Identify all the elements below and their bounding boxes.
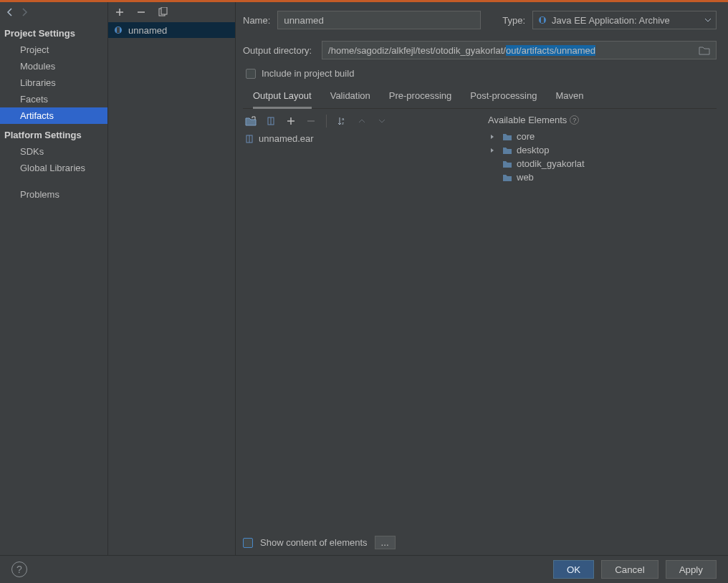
browse-folder-icon[interactable]	[699, 45, 710, 55]
available-elements-column: Available Elements ? core	[485, 112, 717, 530]
main-area: Project Settings Project Modules Librari…	[0, 2, 728, 555]
type-label: Type:	[502, 15, 525, 26]
create-directory-icon[interactable]	[244, 115, 257, 127]
folder-icon	[502, 146, 512, 155]
artifact-detail-panel: Name: Type: Java EE Application: Archive…	[236, 2, 728, 555]
detail-tabs: Output Layout Validation Pre-processing …	[243, 86, 717, 109]
available-elements-header: Available Elements ?	[488, 112, 717, 128]
add-copy-icon[interactable]	[284, 115, 297, 127]
sidebar-item-problems[interactable]: Problems	[0, 186, 107, 203]
move-down-icon[interactable]	[375, 115, 388, 127]
available-elements-label: Available Elements	[488, 115, 567, 125]
tab-pre-processing[interactable]: Pre-processing	[389, 86, 451, 108]
artifact-row[interactable]: unnamed	[108, 22, 235, 38]
tab-post-processing[interactable]: Post-processing	[470, 86, 537, 108]
dialog-footer: ? OK Cancel Apply	[0, 555, 728, 583]
ok-button[interactable]: OK	[553, 560, 594, 579]
help-icon[interactable]: ?	[570, 115, 579, 125]
apply-button[interactable]: Apply	[666, 560, 717, 579]
sidebar-item-project[interactable]: Project	[0, 42, 107, 58]
chevron-down-icon	[704, 16, 712, 24]
available-elements-tree: core desktop	[488, 128, 717, 184]
remove-artifact-icon[interactable]	[135, 6, 147, 18]
tab-body: az unnamed.ear	[243, 112, 717, 530]
include-build-row[interactable]: Include in project build	[243, 68, 717, 79]
tree-row[interactable]: desktop	[488, 143, 717, 157]
sidebar-item-artifacts[interactable]: Artifacts	[0, 107, 107, 124]
tree-row[interactable]: core	[488, 130, 717, 143]
artifact-type-select[interactable]: Java EE Application: Archive	[532, 11, 717, 29]
sidebar-item-libraries[interactable]: Libraries	[0, 74, 107, 91]
output-dir-prefix: /home/sagodiz/alkfejl/test/otodik_gyakor…	[328, 45, 506, 56]
tree-row[interactable]: otodik_gyakorlat	[488, 157, 717, 170]
history-nav	[0, 2, 107, 22]
cancel-button[interactable]: Cancel	[601, 560, 658, 579]
java-ee-icon	[112, 24, 124, 36]
sidebar-heading-project: Project Settings	[0, 22, 107, 42]
output-layout-toolbar: az	[243, 112, 485, 130]
tree-row-label: otodik_gyakorlat	[517, 158, 585, 169]
folder-icon	[502, 132, 512, 141]
java-ee-icon	[537, 15, 547, 25]
expand-icon[interactable]	[489, 134, 498, 140]
toolbar-separator	[326, 115, 327, 127]
tab-output-layout[interactable]: Output Layout	[253, 86, 312, 109]
svg-text:z: z	[342, 121, 344, 125]
output-dir-field[interactable]: /home/sagodiz/alkfejl/test/otodik_gyakor…	[322, 41, 717, 59]
sidebar-item-facets[interactable]: Facets	[0, 91, 107, 107]
sidebar-item-sdks[interactable]: SDKs	[0, 143, 107, 160]
archive-icon	[244, 134, 254, 144]
settings-sidebar: Project Settings Project Modules Librari…	[0, 2, 108, 555]
add-artifact-icon[interactable]	[114, 6, 125, 18]
sidebar-item-modules[interactable]: Modules	[0, 58, 107, 74]
sort-icon[interactable]: az	[335, 115, 348, 127]
svg-rect-3	[117, 27, 120, 33]
show-content-checkbox[interactable]	[243, 538, 253, 548]
tab-validation[interactable]: Validation	[330, 86, 370, 108]
tree-row-label: desktop	[517, 145, 550, 155]
tree-row-label: web	[517, 172, 534, 183]
artifact-name-input[interactable]	[277, 11, 481, 29]
sidebar-item-global-libraries[interactable]: Global Libraries	[0, 160, 107, 176]
show-content-label: Show content of elements	[260, 537, 368, 548]
svg-rect-1	[161, 7, 167, 14]
type-select-value: Java EE Application: Archive	[552, 15, 670, 26]
include-build-label: Include in project build	[262, 68, 354, 79]
artifact-name: unnamed	[128, 25, 167, 36]
create-archive-icon[interactable]	[264, 115, 277, 127]
tab-maven[interactable]: Maven	[555, 86, 583, 108]
svg-rect-5	[541, 17, 544, 23]
output-layout-tree: unnamed.ear	[243, 130, 485, 145]
artifact-list-panel: unnamed	[108, 2, 236, 555]
expand-icon[interactable]	[489, 148, 498, 153]
artifact-list: unnamed	[108, 22, 235, 38]
tree-row-ear[interactable]: unnamed.ear	[243, 132, 485, 145]
name-type-row: Name: Type: Java EE Application: Archive	[243, 11, 717, 29]
output-dir-row: Output directory: /home/sagodiz/alkfejl/…	[243, 41, 717, 59]
output-layout-column: az unnamed.ear	[243, 112, 485, 530]
help-icon[interactable]: ?	[11, 562, 27, 577]
sidebar-heading-platform: Platform Settings	[0, 124, 107, 143]
tree-row-label: core	[517, 131, 535, 142]
include-build-checkbox[interactable]	[246, 69, 256, 79]
copy-artifact-icon[interactable]	[157, 6, 168, 18]
back-icon[interactable]	[4, 6, 16, 18]
more-options-button[interactable]: ...	[375, 536, 396, 549]
move-up-icon[interactable]	[355, 115, 368, 127]
artifact-toolbar	[108, 2, 235, 22]
tree-row[interactable]: web	[488, 170, 717, 184]
remove-icon[interactable]	[305, 115, 317, 127]
output-dir-suffix: out/artifacts/unnamed	[506, 45, 595, 56]
folder-icon	[502, 173, 512, 182]
forward-icon[interactable]	[19, 6, 30, 18]
bottom-strip: Show content of elements ...	[243, 530, 717, 555]
output-dir-label: Output directory:	[243, 45, 312, 56]
folder-icon	[502, 160, 512, 168]
name-label: Name:	[243, 15, 270, 26]
tree-row-label: unnamed.ear	[259, 133, 314, 144]
